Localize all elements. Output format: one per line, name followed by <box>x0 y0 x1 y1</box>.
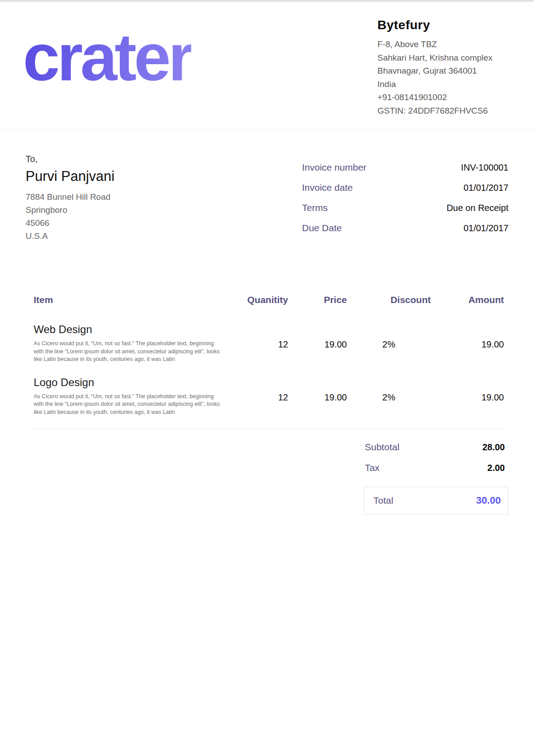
company-block: Bytefury F-8, Above TBZ Sahkari Hart, Kr… <box>377 18 508 117</box>
invoice-meta-block: Invoice number INV-100001 Invoice date 0… <box>302 162 508 243</box>
subtotal-row: Subtotal 28.00 <box>365 442 505 453</box>
bill-to-label: To, <box>26 154 114 164</box>
item-discount: 2% <box>347 376 431 417</box>
item-amount: 19.00 <box>431 323 504 364</box>
recipient-name: Purvi Panjvani <box>26 168 114 185</box>
invoice-date-value: 01/01/2017 <box>464 183 508 193</box>
recipient-address-line: 45066 <box>26 216 114 229</box>
column-header-amount: Amount <box>431 294 504 305</box>
due-date-row: Due Date 01/01/2017 <box>302 223 508 233</box>
company-address-line: Bhavnagar, Gujrat 364001 <box>377 64 508 78</box>
recipient-address-line: Springboro <box>26 203 114 216</box>
item-cell: Web Design As Cicero would put it, “Um, … <box>34 323 225 364</box>
crater-logo-text: crater <box>23 24 191 91</box>
item-quantity: 12 <box>225 323 288 364</box>
column-header-item: Item <box>34 294 225 305</box>
recipient-address-line: 7884 Bunnel Hill Road <box>26 190 114 203</box>
subtotal-label: Subtotal <box>365 442 399 453</box>
company-address-line: Sahkari Hart, Krishna complex <box>377 51 508 65</box>
invoice-number-value: INV-100001 <box>461 163 508 173</box>
invoice-number-label: Invoice number <box>302 162 367 173</box>
terms-label: Terms <box>302 202 328 213</box>
tax-label: Tax <box>365 462 380 473</box>
item-price: 19.00 <box>288 376 347 417</box>
item-cell: Logo Design As Cicero would put it, “Um,… <box>34 376 225 417</box>
item-name: Logo Design <box>34 376 225 389</box>
due-date-value: 01/01/2017 <box>464 223 508 233</box>
item-name: Web Design <box>34 323 225 336</box>
subtotal-value: 28.00 <box>482 442 505 453</box>
item-quantity: 12 <box>225 376 288 417</box>
terms-row: Terms Due on Receipt <box>302 202 508 213</box>
item-row: Logo Design As Cicero would put it, “Um,… <box>34 376 504 417</box>
table-bottom-divider <box>34 429 504 429</box>
crater-logo: crater <box>23 18 191 91</box>
tax-value: 2.00 <box>487 463 505 473</box>
terms-value: Due on Receipt <box>446 203 508 213</box>
invoice-date-label: Invoice date <box>302 182 353 193</box>
company-address-line: India <box>377 78 508 91</box>
item-discount: 2% <box>347 323 431 364</box>
column-header-quantity: Quanitity <box>225 294 288 305</box>
item-description: As Cicero would put it, “Um, not so fast… <box>34 393 225 417</box>
total-box: Total 30.00 <box>364 487 508 514</box>
tax-row: Tax 2.00 <box>365 462 505 473</box>
totals-block: Subtotal 28.00 Tax 2.00 <box>365 442 505 473</box>
item-row: Web Design As Cicero would put it, “Um, … <box>34 323 504 364</box>
total-label: Total <box>373 495 393 506</box>
items-table: Item Quanitity Price Discount Amount Web… <box>26 294 508 429</box>
item-description: As Cicero would put it, “Um, not so fast… <box>34 340 225 364</box>
invoice-number-row: Invoice number INV-100001 <box>302 162 508 173</box>
item-price: 19.00 <box>288 323 347 364</box>
invoice-header: crater Bytefury F-8, Above TBZ Sahkari H… <box>0 2 534 130</box>
item-amount: 19.00 <box>431 376 504 417</box>
column-header-discount: Discount <box>347 294 431 305</box>
parties-section: To, Purvi Panjvani 7884 Bunnel Hill Road… <box>0 130 534 243</box>
column-header-price: Price <box>288 294 347 305</box>
total-value: 30.00 <box>476 495 501 506</box>
due-date-label: Due Date <box>302 223 342 233</box>
bill-to-block: To, Purvi Panjvani 7884 Bunnel Hill Road… <box>26 154 114 243</box>
company-phone: +91-08141901002 <box>377 91 508 104</box>
items-table-header: Item Quanitity Price Discount Amount <box>34 294 504 305</box>
recipient-address-line: U.S.A <box>26 229 114 242</box>
company-name: Bytefury <box>377 18 508 32</box>
company-gstin: GSTIN: 24DDF7682FHVCS6 <box>377 104 508 118</box>
company-address-line: F-8, Above TBZ <box>377 38 508 51</box>
invoice-date-row: Invoice date 01/01/2017 <box>302 182 508 193</box>
